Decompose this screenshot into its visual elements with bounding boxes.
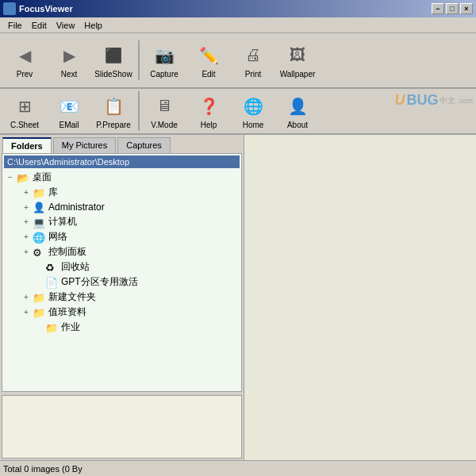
vmode-button[interactable]: V.Mode: [143, 87, 186, 135]
watermark-domain: .com: [457, 97, 473, 105]
folder-icon: [45, 321, 60, 334]
tree-item-label: 作业: [61, 321, 80, 334]
csheet-button[interactable]: C.Sheet: [3, 87, 46, 135]
tab-folders[interactable]: Folders: [2, 137, 52, 153]
menu-file[interactable]: File: [3, 19, 27, 32]
tree-item-label: 库: [48, 186, 58, 199]
home-icon: [240, 94, 266, 119]
help-label: Help: [201, 121, 217, 129]
about-button[interactable]: About: [276, 87, 319, 135]
print-button[interactable]: Print: [232, 36, 274, 84]
print-icon: [240, 43, 266, 68]
help-button[interactable]: Help: [187, 87, 230, 135]
tab-captures[interactable]: Captures: [117, 137, 171, 153]
folder-icon: [33, 186, 47, 199]
csheet-icon: [12, 94, 37, 119]
pprepare-button[interactable]: P.Prepare: [92, 87, 135, 135]
prev-icon: [12, 43, 37, 68]
wallpaper-icon: [285, 43, 310, 68]
vmode-label: V.Mode: [151, 121, 178, 129]
tree-item-label: Administrator: [48, 202, 105, 213]
tree-item-label: 回收站: [61, 260, 90, 274]
watermark: U BUG 中文 .com: [394, 92, 473, 109]
list-item[interactable]: 回收站: [4, 259, 240, 274]
statusbar: Total 0 images (0 By: [0, 460, 476, 476]
pprepare-icon: [101, 94, 126, 119]
tree-item-label: 计算机: [48, 215, 77, 228]
folder-tree[interactable]: C:\Users\Administrator\Desktop − 桌面 + 库 …: [2, 153, 242, 392]
next-button[interactable]: Next: [48, 36, 90, 84]
capture-button[interactable]: Capture: [143, 36, 186, 84]
status-text: Total 0 images (0 By: [3, 464, 83, 474]
control-icon: [33, 246, 47, 259]
list-item[interactable]: + 值班资料: [4, 305, 240, 320]
prev-label: Prev: [17, 70, 33, 79]
expand-icon: +: [20, 308, 33, 317]
csheet-label: C.Sheet: [10, 121, 39, 129]
menu-edit[interactable]: Edit: [27, 19, 52, 32]
titlebar: FocusViewer − □ ×: [0, 0, 476, 17]
computer-icon: [33, 216, 47, 228]
tab-bar: Folders My Pictures Captures: [0, 135, 244, 153]
toolbar2-separator: [138, 91, 140, 131]
list-item[interactable]: + 计算机: [4, 214, 240, 229]
expand-icon: +: [20, 203, 33, 212]
list-item[interactable]: GPT分区专用激活: [4, 274, 240, 290]
path-bar: C:\Users\Administrator\Desktop: [4, 155, 240, 168]
help-icon: [196, 94, 221, 119]
minimize-button[interactable]: −: [432, 3, 444, 14]
tree-item-label: 网络: [48, 230, 67, 244]
app-title: FocusViewer: [19, 4, 432, 13]
close-button[interactable]: ×: [460, 3, 473, 14]
tab-my-pictures[interactable]: My Pictures: [53, 137, 116, 153]
menu-help[interactable]: Help: [79, 19, 107, 32]
watermark-logo: U: [394, 92, 405, 109]
toolbar-separator: [138, 40, 140, 80]
next-label: Next: [61, 70, 78, 79]
network-icon: [33, 231, 47, 244]
list-item[interactable]: 作业: [4, 320, 240, 335]
expand-icon: +: [20, 232, 33, 241]
toolbar-main: Prev Next SlideShow Capture Edit Print W…: [0, 33, 476, 89]
list-item[interactable]: − 桌面: [4, 170, 240, 185]
expand-icon: +: [20, 217, 33, 226]
print-label: Print: [245, 70, 262, 79]
edit-icon: [196, 43, 221, 68]
tree-item-label: 桌面: [33, 171, 52, 184]
list-item[interactable]: + 新建文件夹: [4, 290, 240, 305]
tree-item-label: 新建文件夹: [48, 290, 96, 304]
tree-item-label: GPT分区专用激活: [61, 275, 138, 289]
edit-button[interactable]: Edit: [187, 36, 230, 84]
tree-item-label: 控制面板: [48, 245, 86, 259]
list-item[interactable]: + 库: [4, 185, 240, 200]
list-item[interactable]: + 控制面板: [4, 244, 240, 259]
menubar: File Edit View Help: [0, 17, 476, 33]
file-icon: [45, 276, 60, 289]
expand-icon: +: [20, 188, 33, 197]
slideshow-label: SlideShow: [94, 70, 132, 79]
edit-label: Edit: [202, 70, 215, 79]
watermark-sub: 中文: [440, 95, 455, 106]
prev-button[interactable]: Prev: [3, 36, 46, 84]
wallpaper-button[interactable]: Wallpaper: [276, 36, 319, 84]
email-icon: [56, 94, 82, 119]
maximize-button[interactable]: □: [446, 3, 459, 14]
toolbar-secondary: C.Sheet EMail P.Prepare V.Mode Help Home…: [0, 89, 476, 135]
recycle-icon: [45, 261, 60, 274]
home-button[interactable]: Home: [232, 87, 274, 135]
menu-view[interactable]: View: [52, 19, 80, 32]
about-icon: [285, 94, 310, 119]
expand-icon: −: [4, 173, 17, 182]
slideshow-icon: [101, 43, 126, 68]
list-item[interactable]: + 网络: [4, 229, 240, 244]
email-button[interactable]: EMail: [48, 87, 90, 135]
expand-icon: +: [20, 293, 33, 301]
titlebar-buttons: − □ ×: [432, 3, 473, 14]
expand-icon: +: [20, 248, 33, 256]
tree-item-label: 值班资料: [48, 305, 86, 319]
folder-icon: [33, 291, 47, 304]
pprepare-label: P.Prepare: [96, 121, 131, 129]
slideshow-button[interactable]: SlideShow: [92, 36, 135, 84]
vmode-icon: [152, 94, 177, 119]
list-item[interactable]: + Administrator: [4, 200, 240, 214]
